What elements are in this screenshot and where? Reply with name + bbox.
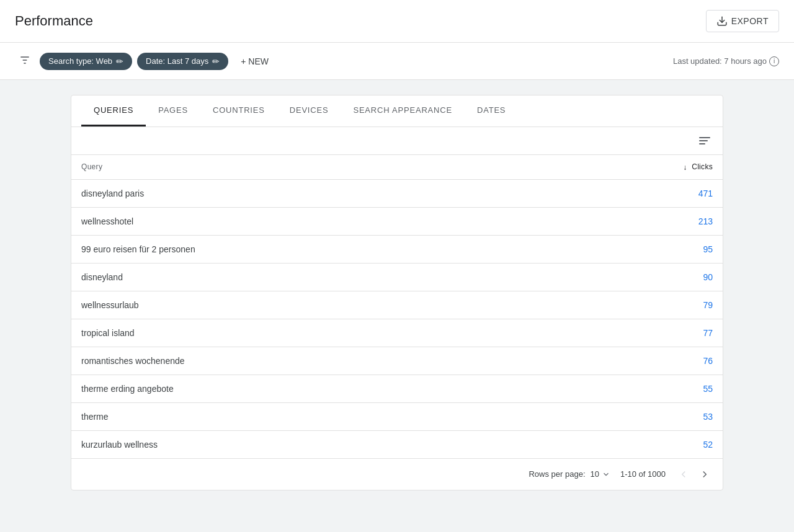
tab-search-appearance[interactable]: SEARCH APPEARANCE: [341, 95, 465, 126]
edit-icon: ✏: [116, 56, 123, 66]
export-button[interactable]: EXPORT: [706, 10, 779, 32]
clicks-cell: 471: [547, 179, 723, 207]
next-page-button[interactable]: [697, 466, 713, 482]
pagination: Rows per page: 10 1-10 of 1000: [71, 458, 723, 490]
query-cell: therme erding angebote: [71, 375, 547, 402]
prev-page-button[interactable]: [676, 466, 692, 482]
edit-icon: ✏: [212, 56, 220, 66]
last-updated: Last updated: 7 hours ago i: [673, 56, 779, 66]
clicks-cell: 213: [547, 207, 723, 235]
page-range: 1-10 of 1000: [620, 469, 666, 479]
query-cell: disneyland: [71, 263, 547, 291]
chevron-down-icon: [602, 470, 610, 479]
table-filter-row: [71, 127, 723, 155]
performance-card: QUERIES PAGES COUNTRIES DEVICES SEARCH A…: [71, 95, 723, 490]
tab-queries[interactable]: QUERIES: [81, 95, 146, 126]
clicks-cell: 52: [547, 430, 723, 458]
query-cell: tropical island: [71, 319, 547, 347]
chevron-right-icon: [699, 469, 710, 480]
table-row: therme53: [71, 402, 723, 430]
query-cell: kurzurlaub wellness: [71, 430, 547, 458]
table-row: tropical island77: [71, 319, 723, 347]
tab-countries[interactable]: COUNTRIES: [200, 95, 277, 126]
query-cell: disneyland paris: [71, 179, 547, 207]
tab-devices[interactable]: DEVICES: [277, 95, 341, 126]
tab-pages[interactable]: PAGES: [146, 95, 200, 126]
main-content: QUERIES PAGES COUNTRIES DEVICES SEARCH A…: [56, 80, 738, 505]
info-icon: i: [769, 56, 779, 66]
search-type-chip[interactable]: Search type: Web ✏: [40, 53, 132, 70]
clicks-cell: 77: [547, 319, 723, 347]
page-nav: [676, 466, 713, 482]
page-title: Performance: [15, 13, 93, 29]
header: Performance EXPORT: [0, 0, 794, 43]
query-cell: wellnessurlaub: [71, 291, 547, 319]
table-row: 99 euro reisen für 2 personen95: [71, 235, 723, 263]
new-button[interactable]: + NEW: [233, 53, 276, 70]
chevron-left-icon: [678, 469, 689, 480]
table-row: romantisches wochenende76: [71, 347, 723, 375]
table-row: wellnesshotel213: [71, 207, 723, 235]
export-icon: [716, 16, 728, 27]
query-cell: romantisches wochenende: [71, 347, 547, 375]
filter-bar: Search type: Web ✏ Date: Last 7 days ✏ +…: [0, 43, 794, 80]
tab-dates[interactable]: DATES: [465, 95, 518, 126]
clicks-cell: 95: [547, 235, 723, 263]
filter-icon-button[interactable]: [15, 50, 35, 72]
table-row: kurzurlaub wellness52: [71, 430, 723, 458]
col-query: Query: [71, 155, 547, 179]
sort-down-icon: ↓: [683, 163, 687, 172]
date-chip[interactable]: Date: Last 7 days ✏: [137, 53, 228, 70]
filter-icon: [19, 54, 31, 66]
clicks-cell: 53: [547, 402, 723, 430]
rows-per-page: Rows per page: 10: [529, 469, 610, 479]
table-row: wellnessurlaub79: [71, 291, 723, 319]
clicks-cell: 79: [547, 291, 723, 319]
rows-per-page-select[interactable]: 10: [591, 469, 610, 479]
query-cell: therme: [71, 402, 547, 430]
clicks-cell: 76: [547, 347, 723, 375]
queries-table: Query ↓ Clicks disneyland paris471wellne…: [71, 155, 723, 458]
table-row: disneyland paris471: [71, 179, 723, 207]
table-row: disneyland90: [71, 263, 723, 291]
query-cell: wellnesshotel: [71, 207, 547, 235]
clicks-cell: 55: [547, 375, 723, 402]
clicks-cell: 90: [547, 263, 723, 291]
query-cell: 99 euro reisen für 2 personen: [71, 235, 547, 263]
table-filter-icon[interactable]: [697, 135, 713, 147]
table-row: therme erding angebote55: [71, 375, 723, 402]
tabs-container: QUERIES PAGES COUNTRIES DEVICES SEARCH A…: [71, 95, 723, 127]
col-clicks[interactable]: ↓ Clicks: [547, 155, 723, 179]
